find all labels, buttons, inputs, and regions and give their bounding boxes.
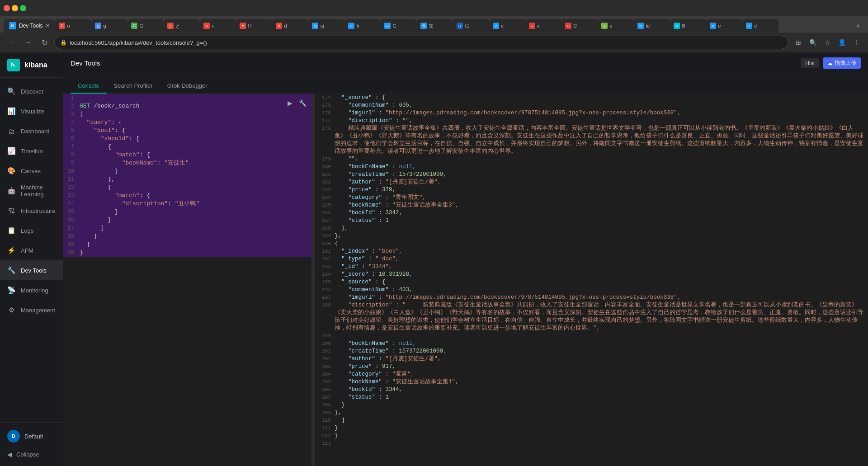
sidebar-item-dashboard[interactable]: 🗂 Dashboard xyxy=(0,121,63,141)
line-content: } xyxy=(78,240,311,249)
result-line-number: 202 xyxy=(318,355,335,363)
browser-tab-15[interactable]: к к xyxy=(525,19,561,33)
collapse-icon: ◀ xyxy=(7,451,12,458)
new-tab-button[interactable]: + xyxy=(852,20,864,33)
browser-tab-7[interactable]: H H xyxy=(236,19,272,33)
tab-search-profiler[interactable]: Search Profiler xyxy=(107,79,160,94)
result-line-content: "bookName" : "安徒生童话故事全集1", xyxy=(335,378,864,386)
win-min-btn[interactable] xyxy=(12,5,18,11)
browser-tab-8[interactable]: d d xyxy=(272,19,308,33)
monitoring-label: Monitoring xyxy=(21,287,48,294)
tabs-bar: Console Search Profiler Grok Debugger xyxy=(63,74,868,94)
collapse-button[interactable]: ◀ Collapse xyxy=(0,446,63,462)
tab-close-btn[interactable]: ✕ xyxy=(45,23,50,29)
browser-tabs-container: K Dev Tools ✕ G н g g G G と と н xyxy=(4,19,852,33)
sidebar-item-logs[interactable]: 📋 Logs xyxy=(0,221,63,240)
history-button[interactable]: Hist xyxy=(801,58,819,68)
window-controls xyxy=(4,5,26,11)
page-header: Dev Tools Hist ☁ 拖拽上传 xyxy=(63,52,868,74)
line-number: 5 xyxy=(63,127,78,135)
sidebar-item-timelion[interactable]: 📈 Timelion xyxy=(0,141,63,161)
browser-tab-14[interactable]: c c xyxy=(489,19,525,33)
result-line-content: ] xyxy=(335,417,864,424)
result-line-content: 精装典藏版《安徒生童话故事全集》共四册，收入了安徒生全部童话，内容丰富全面。安徒… xyxy=(335,125,864,155)
tab-label-9: sj xyxy=(320,23,324,28)
run-button[interactable]: ▶ xyxy=(284,98,295,108)
sidebar-user[interactable]: D Default xyxy=(0,426,63,446)
result-line-content: "bookEnName" : null, xyxy=(335,340,864,348)
sidebar-item-visualize[interactable]: 📊 Visualize xyxy=(0,101,63,121)
editor-line-11: 11 }, xyxy=(63,175,311,184)
tab-label-4: G xyxy=(139,23,143,28)
result-line-208: 208 } xyxy=(315,401,868,409)
address-bar[interactable]: 🔒 localhost:5601/app/kibana#/dev_tools/c… xyxy=(54,36,788,49)
win-close-btn[interactable] xyxy=(4,5,10,11)
result-line-180: 180 "bookEnName" : null, xyxy=(315,163,868,171)
forward-button[interactable]: → xyxy=(22,36,34,49)
line-content: "bool": { xyxy=(78,127,311,135)
browser-tab-11[interactable]: G G xyxy=(381,19,417,33)
tab-label-6: н xyxy=(212,23,214,28)
result-line-191: 191 "_index" : "book", xyxy=(315,248,868,255)
line-number: 20 xyxy=(63,249,78,257)
browser-tab-bar: K Dev Tools ✕ G н g g G G と と н xyxy=(0,16,868,33)
bookmark-btn[interactable]: ☆ xyxy=(821,36,834,49)
tab-console[interactable]: Console xyxy=(71,79,107,94)
line-content: } xyxy=(78,249,311,257)
result-line-196: 196 "commentNum" : 403, xyxy=(315,286,868,294)
win-max-btn[interactable] xyxy=(20,5,26,11)
sidebar-item-management[interactable]: ⚙ Management xyxy=(0,300,63,320)
result-line-177: 177 "discription" : "", xyxy=(315,117,868,125)
line-content: { xyxy=(78,184,311,192)
browser-tab-2[interactable]: G н xyxy=(55,19,91,33)
menu-btn[interactable]: ⋮ xyxy=(850,36,863,49)
editor-line-14: 14 "discription": "丑小鸭" xyxy=(63,200,311,208)
result-line-number: 187 xyxy=(318,217,335,225)
browser-tab-20[interactable]: e e xyxy=(706,19,742,33)
tab-grok-debugger[interactable]: Grok Debugger xyxy=(160,79,215,94)
browser-tab-4[interactable]: G G xyxy=(127,19,164,33)
zoom-btn[interactable]: 🔍 xyxy=(807,36,819,49)
active-browser-tab[interactable]: K Dev Tools ✕ xyxy=(4,19,55,33)
browser-tab-5[interactable]: と と xyxy=(164,19,200,33)
editor-line-5: 5 "bool": { xyxy=(63,127,311,135)
sidebar-item-monitoring[interactable]: 📡 Monitoring xyxy=(0,280,63,300)
upload-button[interactable]: ☁ 拖拽上传 xyxy=(823,57,861,69)
result-line-210: 210 ] xyxy=(315,417,868,424)
browser-tab-6[interactable]: н н xyxy=(200,19,236,33)
sidebar-item-devtools[interactable]: 🔧 Dev Tools xyxy=(0,260,63,280)
visualize-label: Visualize xyxy=(21,108,44,115)
result-line-content: "_id" : "3344", xyxy=(335,263,864,271)
browser-tab-13[interactable]: (1 (1 xyxy=(453,19,489,33)
refresh-button[interactable]: ↻ xyxy=(38,36,51,49)
browser-tab-10[interactable]: Ir Ir xyxy=(344,19,381,33)
browser-tab-3[interactable]: g g xyxy=(91,19,127,33)
sidebar-item-discover[interactable]: 🔍 Discover xyxy=(0,81,63,101)
browser-tab-19[interactable]: B B xyxy=(670,19,706,33)
editor-pane: ▶ 🔧 1 2GET /book/_search3{4 "query": {5 … xyxy=(63,94,312,466)
sidebar-item-canvas[interactable]: 🎨 Canvas xyxy=(0,161,63,181)
browser-tab-12[interactable]: 知 知 xyxy=(417,19,453,33)
back-button[interactable]: ← xyxy=(5,36,18,49)
sidebar-item-apm[interactable]: ⚡ APM xyxy=(0,240,63,260)
browser-tab-16[interactable]: С С xyxy=(561,19,598,33)
sidebar-item-infrastructure[interactable]: 🏗 Infrastructure xyxy=(0,201,63,221)
wrench-button[interactable]: 🔧 xyxy=(297,98,308,108)
result-line-content: "price" : 379, xyxy=(335,186,864,194)
infrastructure-icon: 🏗 xyxy=(7,207,15,215)
translate-btn[interactable]: ⊞ xyxy=(792,36,805,49)
result-pane[interactable]: 174 "_source" : {175 "commentNum" : 605,… xyxy=(315,94,868,466)
profile-btn[interactable]: 👤 xyxy=(835,36,848,49)
sidebar-item-ml[interactable]: 🤖 Machine Learning xyxy=(0,181,63,201)
browser-tab-18[interactable]: te te xyxy=(634,19,670,33)
browser-tab-17[interactable]: к к xyxy=(598,19,634,33)
editor-line-18: 18 } xyxy=(63,232,311,240)
browser-tab-9[interactable]: sj sj xyxy=(308,19,344,33)
code-editor[interactable]: 1 2GET /book/_search3{4 "query": {5 "boo… xyxy=(63,94,311,466)
result-line-content: "author" : "[丹麦]安徒生/著", xyxy=(335,179,864,186)
result-line-209: 209}, xyxy=(315,409,868,417)
grok-debugger-tab-label: Grok Debugger xyxy=(167,82,208,89)
browser-tab-21[interactable]: e e xyxy=(742,19,778,33)
result-line-174: 174 "_source" : { xyxy=(315,94,868,102)
editor-line-10: 10 } xyxy=(63,167,311,175)
